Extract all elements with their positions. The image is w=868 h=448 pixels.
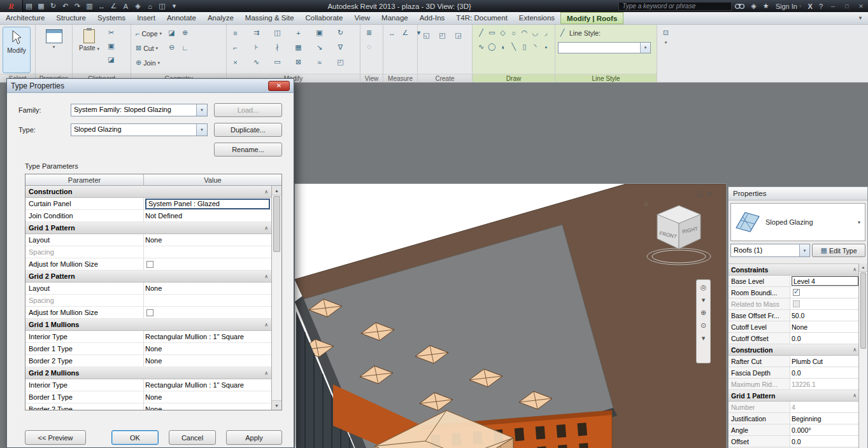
param-value-cell[interactable]: System Panel : Glazed [144, 199, 271, 209]
view-restore-icon[interactable]: ❏ [696, 190, 702, 198]
panel-caption-draw[interactable]: Draw [473, 74, 555, 82]
param-value-cell[interactable]: None [144, 405, 271, 410]
trim-icon[interactable]: ⌐ [229, 41, 241, 53]
focused-value[interactable]: Level 4 [792, 276, 858, 286]
qat-customize-icon[interactable]: ▾ [168, 1, 180, 11]
minimize-button[interactable]: ─ [826, 1, 840, 11]
viewcube-compass-ring[interactable] [647, 248, 711, 265]
cut-geometry-button[interactable]: ⊠Cut▾ [134, 41, 160, 55]
group-grid-2-mullions[interactable]: Grid 2 Mullions∧ [25, 367, 271, 379]
measure-icon[interactable]: ↔ [96, 1, 108, 11]
exchange-apps-icon[interactable]: X [805, 1, 816, 11]
checkbox[interactable] [146, 261, 153, 268]
load-button[interactable]: Load... [214, 103, 282, 117]
insulation-icon[interactable]: ≈ [313, 56, 325, 68]
param-value-cell[interactable]: None [144, 393, 271, 401]
tab-view[interactable]: View [348, 12, 376, 24]
group-grid-2-pattern[interactable]: Grid 2 Pattern∧ [25, 270, 271, 283]
param-value-cell[interactable]: None [144, 284, 271, 292]
param-value-cell[interactable]: 0.0 [790, 335, 860, 342]
unjoin-geometry-icon[interactable]: ⊖ [166, 41, 178, 53]
value-column-header[interactable]: Value [144, 174, 281, 185]
param-value-cell[interactable]: Beginning [790, 415, 860, 423]
tab-modify-roofs[interactable]: Modify | Roofs [560, 12, 623, 24]
help-icon[interactable]: ? [816, 1, 826, 11]
copy-icon[interactable]: ▣ [105, 40, 117, 52]
apply-button[interactable]: Apply [226, 430, 282, 445]
tab-insert[interactable]: Insert [131, 12, 161, 24]
param-value-cell[interactable]: 13226.1 [790, 381, 860, 388]
text-icon[interactable]: A [120, 1, 132, 11]
ribbon-options-caret-icon[interactable]: ▾ [853, 12, 868, 24]
pin-icon[interactable]: ∇ [334, 41, 346, 53]
table-scroll-up-icon[interactable]: ▲ [272, 186, 281, 195]
tab-analyze[interactable]: Analyze [202, 12, 239, 24]
demolish-icon[interactable]: ⊠ [292, 56, 304, 68]
dialog-title-bar[interactable]: Type Properties ✕ [7, 79, 294, 93]
tab-manage[interactable]: Manage [376, 12, 414, 24]
section-icon[interactable]: ◫ [156, 1, 168, 11]
tab-annotate[interactable]: Annotate [161, 12, 202, 24]
extend-icon[interactable]: ⊦ [250, 41, 262, 53]
param-value-cell[interactable]: Not Defined [144, 212, 271, 220]
pan-icon[interactable]: ⊕ [698, 307, 709, 318]
search-input[interactable] [618, 2, 732, 11]
checkbox[interactable] [793, 300, 800, 307]
param-value-cell[interactable]: 0.0 [790, 438, 860, 445]
point-tool-icon[interactable]: • [540, 41, 552, 53]
create-parts-icon[interactable]: ◱ [420, 29, 432, 41]
dialog-close-button[interactable]: ✕ [268, 81, 290, 91]
type-combobox[interactable]: Sloped Glazing ▾ [71, 123, 208, 136]
param-value-cell[interactable]: Plumb Cut [790, 358, 860, 365]
param-value-cell[interactable]: 4 [790, 403, 860, 411]
panel-caption-line-style[interactable]: Line Style [555, 74, 657, 82]
zoom-icon[interactable]: ⊙ [698, 320, 709, 331]
sync-icon[interactable]: ↻ [47, 1, 59, 11]
collapse-chevron-icon[interactable]: ∧ [264, 274, 271, 279]
ok-button[interactable]: OK [111, 430, 159, 445]
tab-extensions[interactable]: Extensions [513, 12, 560, 24]
thin-lines-icon[interactable]: ≣ [363, 27, 375, 39]
param-value-cell[interactable]: None [144, 345, 271, 353]
reveal-hidden-icon[interactable]: ◌ [363, 40, 375, 52]
properties-toggle-button[interactable]: ▾ [40, 27, 68, 73]
table-scroll-down-icon[interactable]: ▼ [272, 400, 281, 410]
param-value-cell[interactable]: None [144, 357, 271, 365]
param-value-cell[interactable]: 0.000° [790, 426, 860, 434]
collapse-chevron-icon[interactable]: ∧ [264, 225, 271, 231]
palette-scroll-up-icon[interactable]: ▲ [859, 263, 867, 272]
panel-overflow-icon[interactable]: ⊡ [660, 27, 672, 39]
measure-angle-icon[interactable]: ∠ [399, 27, 411, 39]
parameter-column-header[interactable]: Parameter [25, 174, 144, 185]
group-construction[interactable]: Construction∧ [729, 344, 860, 356]
tab-systems[interactable]: Systems [92, 12, 131, 24]
view-minimize-icon[interactable]: ─ [687, 190, 691, 198]
join-button[interactable]: ⊕Join▾ [134, 56, 162, 69]
tab-structure[interactable]: Structure [50, 12, 92, 24]
mirror-icon[interactable]: ◫ [271, 27, 283, 39]
cope-button[interactable]: ⌐Cope▾ [134, 27, 164, 40]
param-value-cell[interactable]: Rectangular Mullion : 1" Square [144, 381, 271, 389]
fillet-arc-icon[interactable]: ◞ [540, 27, 552, 39]
dimension-icon[interactable]: ∠ [108, 1, 120, 11]
steering-wheel-icon[interactable]: ◎ [698, 282, 709, 293]
join-geometry-icon[interactable]: ⊕ [179, 27, 191, 39]
group-grid-1-pattern[interactable]: Grid 1 Pattern∧ [729, 390, 860, 402]
preview-button[interactable]: << Preview [25, 430, 86, 445]
tab-architecture[interactable]: Architecture [0, 12, 50, 24]
palette-scrollbar-thumb[interactable] [860, 272, 866, 349]
modify-tool-button[interactable]: Modify [3, 27, 31, 73]
close-button[interactable]: ✕ [854, 1, 868, 11]
create-group-icon[interactable]: ◰ [334, 56, 346, 68]
table-scrollbar-thumb[interactable] [273, 196, 280, 252]
group-grid-1-pattern[interactable]: Grid 1 Pattern∧ [25, 222, 271, 234]
table-scrollbar[interactable]: ▲ ▼ [271, 186, 281, 410]
selection-filter-combobox[interactable]: Roofs (1) ▾ [730, 244, 810, 257]
selected-value[interactable]: System Panel : Glazed [145, 199, 270, 209]
collapse-chevron-icon[interactable]: ∧ [264, 322, 271, 328]
group-construction[interactable]: Construction∧ [25, 186, 271, 198]
search-binoculars-icon[interactable] [732, 1, 748, 11]
create-group2-icon[interactable]: ◰ [436, 29, 448, 41]
edit-type-button[interactable]: ▦ Edit Type [812, 244, 865, 257]
param-value-cell[interactable] [144, 261, 271, 268]
